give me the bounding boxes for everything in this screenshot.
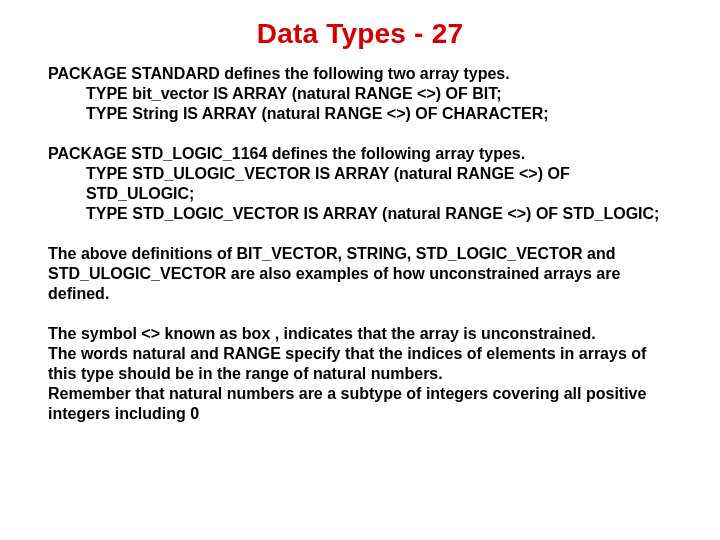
paragraph-box-symbol: The symbol <> known as box , indicates t…	[48, 324, 672, 424]
slide: Data Types - 27 PACKAGE STANDARD defines…	[0, 0, 720, 540]
text-line: The above definitions of BIT_VECTOR, STR…	[48, 245, 620, 302]
slide-title: Data Types - 27	[48, 18, 672, 50]
text-line: The words natural and RANGE specify that…	[48, 345, 646, 382]
text-line: TYPE String IS ARRAY (natural RANGE <>) …	[48, 104, 672, 124]
text-line: TYPE bit_vector IS ARRAY (natural RANGE …	[48, 84, 672, 104]
text-line: TYPE STD_LOGIC_VECTOR IS ARRAY (natural …	[48, 204, 672, 224]
paragraph-std-logic-1164: PACKAGE STD_LOGIC_1164 defines the follo…	[48, 144, 672, 224]
text-line: PACKAGE STANDARD defines the following t…	[48, 65, 510, 82]
text-line: PACKAGE STD_LOGIC_1164 defines the follo…	[48, 145, 525, 162]
paragraph-unconstrained-arrays: The above definitions of BIT_VECTOR, STR…	[48, 244, 672, 304]
text-line: TYPE STD_ULOGIC_VECTOR IS ARRAY (natural…	[48, 164, 672, 204]
paragraph-package-standard: PACKAGE STANDARD defines the following t…	[48, 64, 672, 124]
text-line: Remember that natural numbers are a subt…	[48, 385, 646, 422]
text-line: The symbol <> known as box , indicates t…	[48, 325, 596, 342]
